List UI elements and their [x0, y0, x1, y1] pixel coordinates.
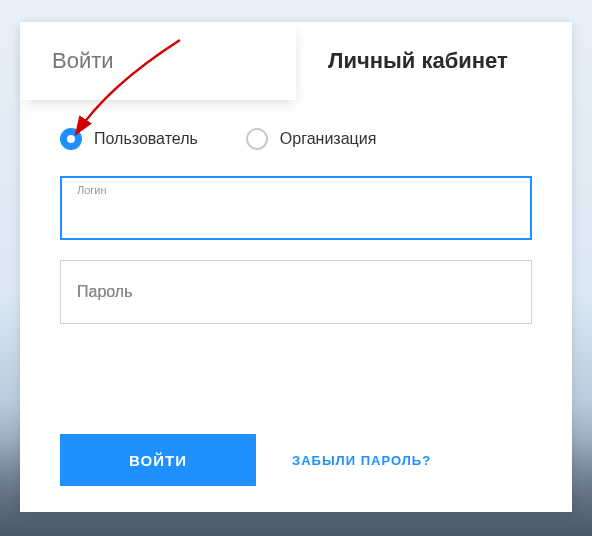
- account-type-group: Пользователь Организация: [60, 128, 532, 150]
- radio-user-label: Пользователь: [94, 130, 198, 148]
- radio-icon: [246, 128, 268, 150]
- radio-org[interactable]: Организация: [246, 128, 377, 150]
- tab-login[interactable]: Войти: [20, 22, 296, 100]
- tab-cabinet[interactable]: Личный кабинет: [296, 22, 572, 100]
- forgot-password-link[interactable]: ЗАБЫЛИ ПАРОЛЬ?: [292, 453, 431, 468]
- radio-icon: [60, 128, 82, 150]
- login-float-label: Логин: [77, 184, 107, 196]
- password-input[interactable]: [77, 283, 515, 301]
- tab-bar: Войти Личный кабинет: [20, 22, 572, 100]
- password-field[interactable]: Пароль: [60, 260, 532, 324]
- radio-org-label: Организация: [280, 130, 377, 148]
- actions-row: ВОЙТИ ЗАБЫЛИ ПАРОЛЬ?: [60, 434, 532, 486]
- login-field[interactable]: Логин: [60, 176, 532, 240]
- login-card: Войти Личный кабинет Пользователь Органи…: [20, 22, 572, 512]
- login-input[interactable]: [77, 199, 515, 217]
- form-body: Пользователь Организация Логин Пароль: [20, 100, 572, 324]
- submit-button[interactable]: ВОЙТИ: [60, 434, 256, 486]
- radio-user[interactable]: Пользователь: [60, 128, 198, 150]
